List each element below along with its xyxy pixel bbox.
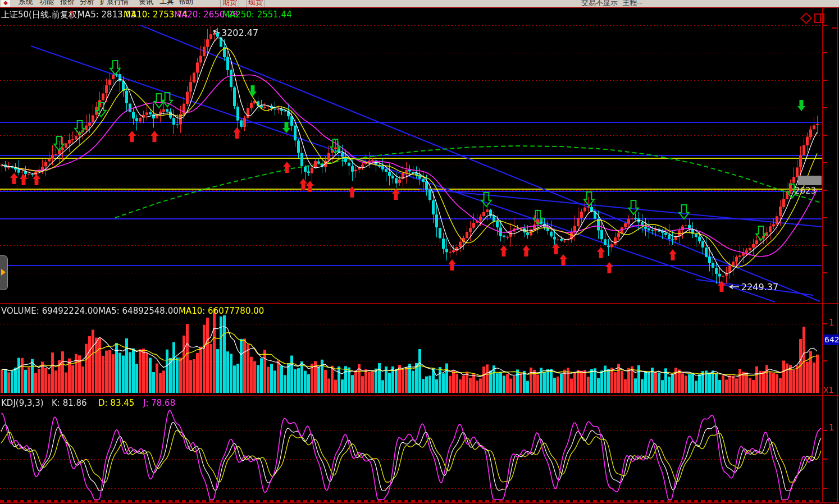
support-level-annotation: 2623 (795, 186, 816, 196)
sidebar-toggle-tab[interactable] (0, 255, 8, 290)
x-scale-label: X1 (823, 386, 834, 395)
menu-right-note: 交易不显示 主程-- (581, 0, 642, 8)
peak-price-annotation: 3202.47 (221, 28, 258, 38)
app-logo-icon[interactable]: ◆ (1, 0, 10, 7)
date-axis-ticks (0, 500, 822, 502)
window-right-border (837, 7, 838, 503)
volume-label-2: MA5: 64892548.00 (98, 306, 179, 316)
menu-item-4[interactable]: 分析 (80, 0, 94, 7)
volume-label-3: MA10: 66077780.00 (179, 306, 264, 316)
menu-item-3[interactable]: 报价 (60, 0, 75, 7)
volume-axis-top-label: 1 (829, 318, 835, 328)
menu-item-2[interactable]: 功能 (39, 0, 54, 7)
signal-up-arrow-icon: ↑ (69, 9, 76, 19)
kdj-chart-canvas[interactable] (0, 397, 822, 502)
trough-price-annotation: 2249.37 (741, 282, 778, 292)
split-window-icon[interactable] (814, 13, 824, 23)
kdj-label-2: K: 81.86 (52, 398, 87, 408)
kdj-label-1: KDJ(9,3,3) (1, 398, 44, 408)
kdj-label-3: D: 83.45 (98, 398, 134, 408)
kdj-panel-top-border (0, 395, 839, 396)
menu-item-10[interactable]: 现货 (246, 0, 265, 8)
volume-axis-tag: 642 (823, 335, 839, 345)
volume-chart-canvas[interactable] (0, 304, 822, 396)
expand-arrow-icon (1, 269, 6, 276)
price-tag-box (798, 176, 822, 185)
menu-item-6[interactable]: 资讯 (139, 0, 153, 7)
kdj-label-4: J: 78.68 (143, 398, 175, 408)
volume-panel-top-border (0, 303, 839, 304)
menu-bar: ◆ 系统功能报价分析扩展行情资讯工具帮助期货现货 交易不显示 主程-- (0, 0, 839, 8)
menu-item-7[interactable]: 工具 (159, 0, 174, 7)
split-window-divider (820, 15, 821, 22)
main-panel-top-border (0, 7, 839, 8)
volume-label-1: VOLUME: 69492224.00 (1, 306, 98, 316)
main-chart-canvas[interactable] (0, 7, 822, 303)
bottom-border (0, 502, 839, 503)
ma-label-4: MA250: 2551.44 (222, 10, 292, 20)
menu-item-9[interactable]: 期货 (220, 0, 239, 8)
kdj-axis-label: 1 (829, 423, 835, 433)
menu-item-5[interactable]: 扩展行情 (99, 0, 129, 7)
axis-left-border (822, 7, 823, 503)
menu-item-1[interactable]: 系统 (19, 0, 33, 7)
trading-terminal: ◆ 系统功能报价分析扩展行情资讯工具帮助期货现货 交易不显示 主程-- 上证50… (0, 0, 839, 504)
menu-item-8[interactable]: 帮助 (179, 0, 193, 7)
